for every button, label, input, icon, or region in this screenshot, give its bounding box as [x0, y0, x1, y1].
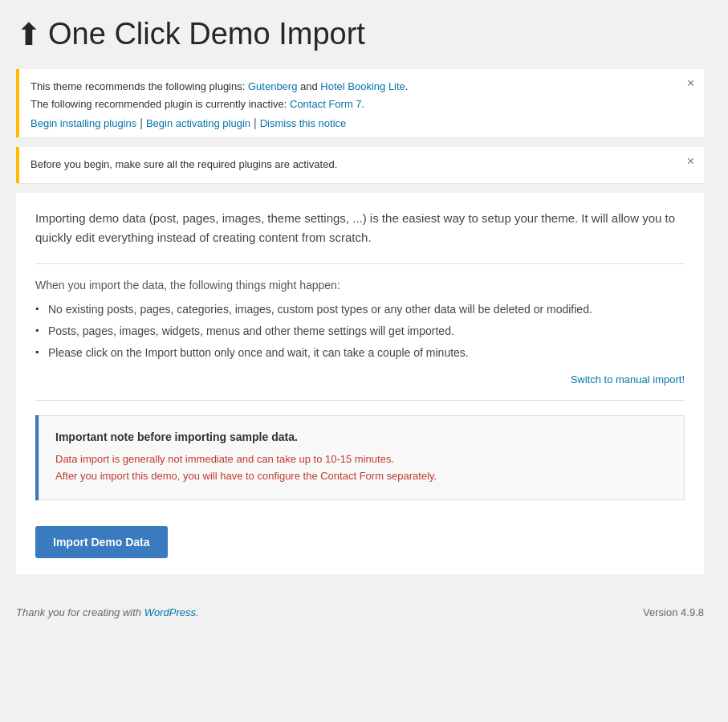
- intro-text: Importing demo data (post, pages, images…: [35, 209, 685, 247]
- notice1-links: Begin installing plugins|Begin activatin…: [31, 116, 693, 129]
- notice1-line2-suffix: .: [362, 98, 365, 110]
- dismiss-notice2-button[interactable]: ×: [685, 153, 696, 169]
- footer: Thank you for creating with WordPress. V…: [16, 598, 704, 626]
- main-content: Importing demo data (post, pages, images…: [16, 193, 704, 574]
- note-text: Data import is generally not immediate a…: [55, 451, 668, 485]
- footer-version: Version 4.9.8: [643, 606, 704, 618]
- divider2: [35, 400, 685, 401]
- wordpress-link[interactable]: WordPress: [144, 606, 196, 618]
- sep1: |: [140, 116, 143, 129]
- footer-prefix: Thank you for creating with: [16, 606, 144, 618]
- note-text-line1: Data import is generally not immediate a…: [55, 453, 394, 465]
- contact-form-link[interactable]: Contact Form 7: [290, 98, 362, 110]
- notice1-line1: This theme recommends the following plug…: [31, 79, 693, 96]
- begin-installing-link[interactable]: Begin installing plugins: [31, 117, 136, 129]
- important-note-wrap: Important note before importing sample d…: [35, 415, 685, 500]
- page-title-icon: ⬆: [16, 19, 42, 50]
- dismiss-notice-link[interactable]: Dismiss this notice: [260, 117, 347, 129]
- hotel-booking-link[interactable]: Hotel Booking Lite: [320, 80, 405, 92]
- required-plugins-notice: × Before you begin, make sure all the re…: [16, 147, 704, 183]
- begin-activating-link[interactable]: Begin activating plugin: [146, 117, 250, 129]
- footer-text: Thank you for creating with WordPress.: [16, 606, 199, 618]
- divider1: [35, 263, 685, 264]
- notice1-line1-suffix: .: [405, 80, 409, 92]
- import-demo-data-button[interactable]: Import Demo Data: [35, 526, 168, 558]
- warning-heading: When you import the data, the following …: [35, 279, 685, 292]
- list-item: No existing posts, pages, categories, im…: [35, 301, 685, 318]
- page-wrap: ⬆ One Click Demo Import × This theme rec…: [0, 0, 728, 642]
- notice2-text: Before you begin, make sure all the requ…: [31, 157, 693, 173]
- dismiss-notice1-button[interactable]: ×: [685, 75, 696, 92]
- page-title: One Click Demo Import: [48, 16, 365, 53]
- footer-suffix: .: [196, 606, 199, 618]
- bullet-list: No existing posts, pages, categories, im…: [35, 301, 685, 361]
- plugin-notice: × This theme recommends the following pl…: [16, 69, 704, 138]
- manual-import-link[interactable]: Switch to manual import!: [571, 373, 685, 385]
- notice1-line1-mid: and: [297, 80, 320, 92]
- page-title-area: ⬆ One Click Demo Import: [16, 16, 704, 53]
- note-title: Important note before importing sample d…: [55, 430, 668, 443]
- list-item: Posts, pages, images, widgets, menus and…: [35, 323, 685, 340]
- list-item: Please click on the Import button only o…: [35, 345, 685, 361]
- gutenberg-link[interactable]: Gutenberg: [248, 80, 297, 92]
- notice1-line2-prefix: The following recommended plugin is curr…: [31, 98, 290, 110]
- important-note: Important note before importing sample d…: [39, 415, 685, 500]
- manual-import-area: Switch to manual import!: [35, 373, 685, 385]
- sep2: |: [254, 116, 257, 129]
- note-text-line2: After you import this demo, you will hav…: [55, 470, 437, 482]
- notice1-line2: The following recommended plugin is curr…: [31, 96, 693, 113]
- notice1-line1-prefix: This theme recommends the following plug…: [31, 80, 248, 92]
